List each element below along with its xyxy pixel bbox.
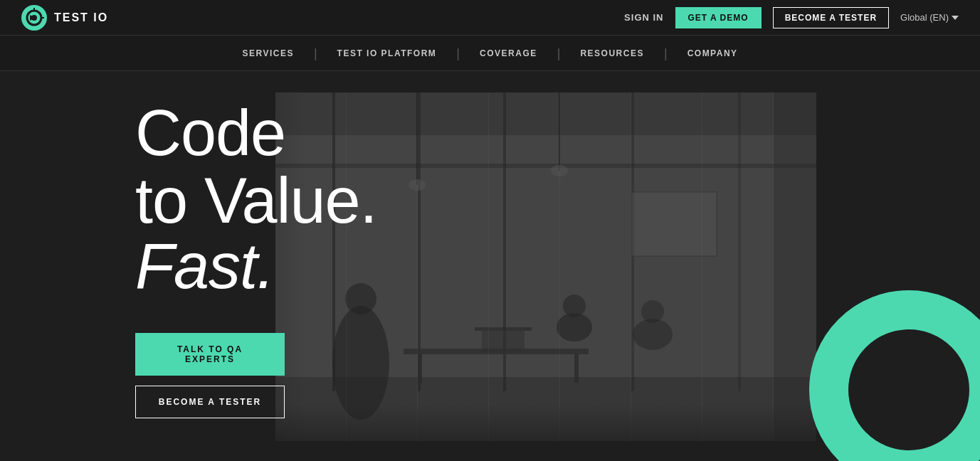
nav-item-company[interactable]: COMPANY (668, 36, 758, 70)
hero-text-area: Code to Value. Fast. (135, 100, 377, 298)
nav-item-services[interactable]: SERVICES (222, 36, 313, 70)
logo-area: TEST IO (21, 5, 108, 31)
hero-section: Code to Value. Fast. TALK TO QA EXPERTS … (0, 71, 980, 461)
get-demo-button[interactable]: GET A DEMO (675, 7, 762, 28)
logo-icon (21, 5, 47, 31)
become-tester-hero-button[interactable]: BECOME A TESTER (135, 386, 285, 418)
hero-headline-line3: Fast. (135, 234, 377, 298)
teal-arc-decoration (809, 290, 980, 461)
nav-item-resources[interactable]: RESOURCES (560, 36, 664, 70)
hero-buttons-area: TALK TO QA EXPERTS BECOME A TESTER (135, 333, 285, 418)
talk-to-qa-button[interactable]: TALK TO QA EXPERTS (135, 333, 285, 376)
language-selector[interactable]: Global (EN) (900, 12, 959, 23)
nav-bar: SERVICES | TEST IO PLATFORM | COVERAGE |… (0, 36, 980, 71)
become-tester-button-header[interactable]: BECOME A TESTER (773, 7, 889, 28)
hero-headline-line2: to Value. (135, 167, 377, 235)
hero-headline-line1: Code (135, 100, 377, 167)
top-right-nav: SIGN IN GET A DEMO BECOME A TESTER Globa… (624, 7, 959, 28)
language-label: Global (EN) (900, 12, 949, 23)
nav-item-coverage[interactable]: COVERAGE (460, 36, 557, 70)
sign-in-link[interactable]: SIGN IN (624, 12, 663, 23)
logo-text: TEST IO (54, 11, 108, 24)
chevron-down-icon (952, 16, 959, 20)
bottom-fade-overlay (275, 404, 816, 461)
top-bar: TEST IO SIGN IN GET A DEMO BECOME A TEST… (0, 0, 980, 36)
nav-item-platform[interactable]: TEST IO PLATFORM (317, 36, 457, 70)
